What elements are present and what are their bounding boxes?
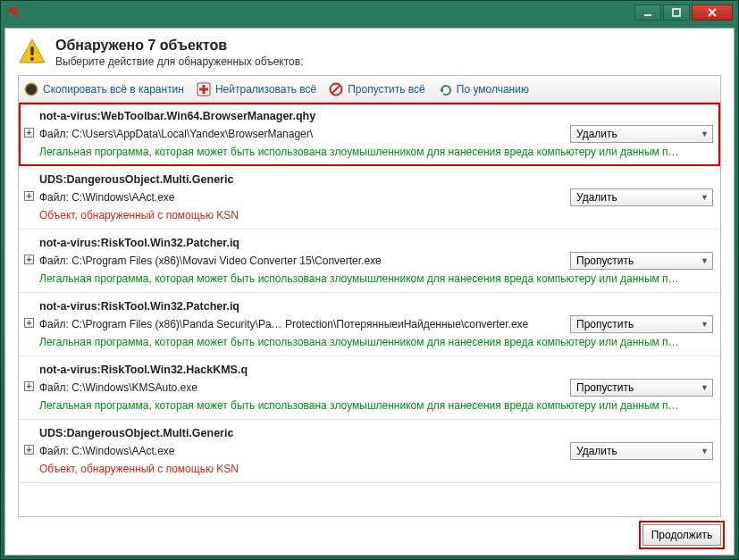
threat-body: not-a-virus:WebToolbar.Win64.BrowserMana…: [39, 110, 713, 158]
threat-item: +not-a-virus:WebToolbar.Win64.BrowserMan…: [19, 103, 720, 166]
chevron-down-icon: ▼: [701, 130, 709, 138]
threat-description: Легальная программа, которая может быть …: [39, 146, 713, 158]
threat-list[interactable]: +not-a-virus:WebToolbar.Win64.BrowserMan…: [19, 103, 720, 516]
action-select-label: Пропустить: [576, 381, 634, 394]
threat-name: not-a-virus:RiskTool.Win32.Patcher.iq: [39, 237, 713, 249]
file-prefix: Файл:: [39, 128, 71, 140]
file-path: Файл: C:\Program Files (x86)\Movavi Vide…: [39, 255, 563, 267]
file-path: Файл: C:\Windows\KMSAuto.exe: [39, 381, 563, 394]
threat-name: UDS:DangerousObject.Multi.Generic: [39, 427, 713, 439]
file-row: Файл: C:\Windows\AAct.exeУдалить▼: [39, 442, 713, 460]
chevron-down-icon: ▼: [701, 256, 709, 265]
neutralize-all-button[interactable]: Нейтрализовать всё: [197, 82, 316, 96]
action-select[interactable]: Удалить▼: [570, 188, 713, 206]
chevron-down-icon: ▼: [701, 193, 709, 202]
expand-icon[interactable]: +: [24, 381, 34, 391]
file-prefix: Файл:: [39, 381, 71, 394]
file-path-value: C:\Users\AppData\Local\Yandex\BrowserMan…: [71, 128, 313, 140]
threat-name: not-a-virus:WebToolbar.Win64.BrowserMana…: [39, 110, 713, 122]
threat-name: UDS:DangerousObject.Multi.Generic: [39, 173, 713, 186]
toolbar: Скопировать всё в карантин Нейтрализоват…: [19, 76, 720, 103]
chevron-down-icon: ▼: [701, 447, 709, 456]
maximize-button[interactable]: [663, 4, 690, 21]
quarantine-all-label: Скопировать всё в карантин: [43, 83, 184, 96]
window: Обнаружено 7 объектов Выберите действие …: [0, 0, 739, 560]
file-path-value: C:\Windows\AAct.exe: [71, 445, 174, 457]
svg-point-5: [30, 88, 33, 90]
expand-icon[interactable]: +: [24, 191, 34, 201]
forbid-icon: [329, 82, 343, 96]
threat-body: not-a-virus:RiskTool.Win32.Patcher.iqФай…: [39, 237, 713, 285]
svg-rect-2: [30, 46, 33, 55]
svg-line-10: [332, 85, 340, 93]
expand-icon[interactable]: +: [24, 445, 34, 455]
threat-item: +not-a-virus:RiskTool.Win32.HackKMS.qФай…: [19, 356, 720, 420]
file-path-value: C:\Windows\KMSAuto.exe: [71, 381, 197, 394]
expand-icon[interactable]: +: [24, 128, 34, 138]
threat-body: UDS:DangerousObject.Multi.GenericФайл: C…: [39, 173, 713, 221]
footer: Продолжить: [18, 517, 721, 546]
threat-item: +UDS:DangerousObject.Multi.GenericФайл: …: [19, 420, 720, 483]
threat-name: not-a-virus:RiskTool.Win32.HackKMS.q: [39, 364, 713, 376]
action-select[interactable]: Пропустить▼: [570, 315, 713, 333]
skip-all-button[interactable]: Пропустить всё: [329, 82, 425, 96]
file-prefix: Файл:: [39, 445, 71, 457]
threat-item: +UDS:DangerousObject.Multi.GenericФайл: …: [19, 166, 720, 230]
medical-icon: [197, 82, 211, 96]
file-path-value: C:\Program Files (x86)\Movavi Video Conv…: [71, 255, 382, 267]
action-select-label: Пропустить: [576, 255, 634, 267]
action-select[interactable]: Удалить▼: [570, 125, 713, 143]
file-path: Файл: C:\Program Files (x86)\Panda Secur…: [39, 318, 563, 330]
undo-icon: [438, 82, 452, 96]
page-title: Обнаружено 7 объектов: [55, 38, 721, 54]
header: Обнаружено 7 объектов Выберите действие …: [18, 38, 721, 68]
app-icon: [6, 5, 21, 20]
threat-description: Объект, обнаруженный с помощью KSN: [39, 463, 713, 475]
threat-body: not-a-virus:RiskTool.Win32.Patcher.iqФай…: [39, 300, 713, 348]
chevron-down-icon: ▼: [701, 383, 709, 392]
chevron-down-icon: ▼: [701, 320, 709, 329]
svg-rect-8: [199, 88, 208, 90]
window-controls: [634, 4, 733, 21]
action-select[interactable]: Удалить▼: [570, 442, 713, 460]
threat-item: +not-a-virus:RiskTool.Win32.Patcher.iqФа…: [19, 230, 720, 293]
file-path-value: C:\Windows\AAct.exe: [71, 191, 174, 204]
svg-rect-1: [673, 9, 680, 16]
threat-body: UDS:DangerousObject.Multi.GenericФайл: C…: [39, 427, 713, 475]
threat-description: Легальная программа, которая может быть …: [39, 336, 713, 348]
action-select-label: Пропустить: [576, 318, 634, 330]
threat-body: not-a-virus:RiskTool.Win32.HackKMS.qФайл…: [39, 364, 713, 412]
file-row: Файл: C:\Windows\AAct.exeУдалить▼: [39, 188, 713, 206]
continue-label: Продолжить: [651, 529, 713, 541]
file-path-value: C:\Program Files (x86)\Panda Security\Pa…: [71, 318, 528, 330]
threat-name: not-a-virus:RiskTool.Win32.Patcher.iq: [39, 300, 713, 313]
action-select-label: Удалить: [576, 445, 617, 457]
default-button[interactable]: По умолчанию: [438, 82, 529, 96]
expand-icon[interactable]: +: [24, 318, 34, 328]
action-select-label: Удалить: [576, 191, 617, 204]
default-label: По умолчанию: [457, 83, 529, 96]
minimize-button[interactable]: [634, 4, 661, 21]
threat-description: Легальная программа, которая может быть …: [39, 272, 713, 285]
warning-icon: [18, 38, 46, 66]
page-subtitle: Выберите действие для обнаруженных объек…: [55, 55, 721, 68]
file-row: Файл: C:\Windows\KMSAuto.exeПропустить▼: [39, 379, 713, 397]
quarantine-all-button[interactable]: Скопировать всё в карантин: [24, 82, 184, 96]
file-row: Файл: C:\Program Files (x86)\Movavi Vide…: [39, 252, 713, 270]
action-select[interactable]: Пропустить▼: [570, 379, 713, 397]
expand-icon[interactable]: +: [24, 255, 34, 264]
close-button[interactable]: [692, 4, 733, 21]
action-select[interactable]: Пропустить▼: [570, 252, 713, 270]
svg-rect-0: [644, 14, 651, 16]
threat-description: Легальная программа, которая может быть …: [39, 399, 713, 412]
file-path: Файл: C:\Windows\AAct.exe: [39, 191, 563, 204]
threat-item: +not-a-virus:RiskTool.Win32.Patcher.iqФа…: [19, 293, 720, 356]
radiation-icon: [24, 82, 38, 96]
continue-button[interactable]: Продолжить: [642, 524, 721, 546]
file-prefix: Файл:: [39, 255, 71, 267]
action-select-label: Удалить: [576, 128, 617, 140]
svg-point-3: [30, 57, 34, 61]
skip-all-label: Пропустить всё: [348, 83, 425, 96]
neutralize-all-label: Нейтрализовать всё: [215, 83, 316, 96]
file-prefix: Файл:: [39, 318, 71, 330]
